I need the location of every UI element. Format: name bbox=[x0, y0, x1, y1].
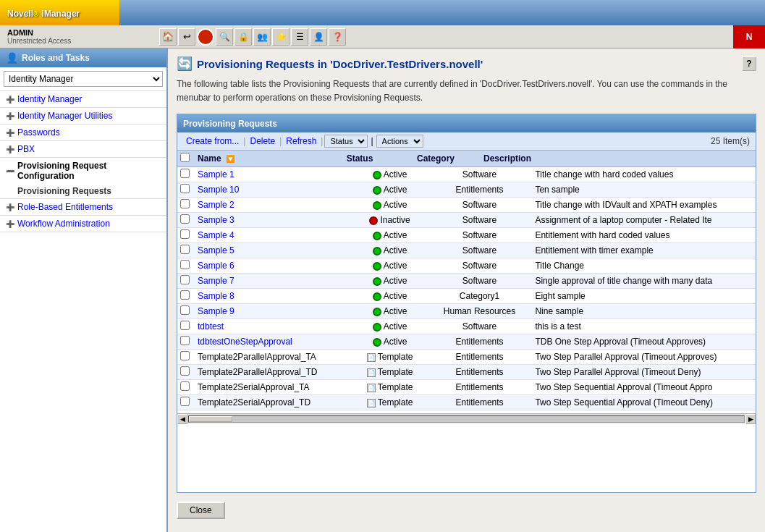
sidebar-section-header-identity-manager-utilities[interactable]: ➕ Identity Manager Utilities bbox=[0, 108, 166, 124]
sidebar-section-header-identity-manager[interactable]: ➕ Identity Manager bbox=[0, 91, 166, 107]
row-checkbox[interactable] bbox=[180, 366, 190, 376]
row-checkbox[interactable] bbox=[180, 245, 190, 254]
row-link[interactable]: Sample 6 bbox=[198, 261, 234, 271]
select-all-checkbox[interactable] bbox=[180, 153, 190, 162]
name-filter-icon[interactable]: 🔽 bbox=[226, 155, 234, 163]
cell-description: Two Step Parallel Approval (Timeout Deny… bbox=[531, 365, 756, 380]
row-link[interactable]: Sample 9 bbox=[198, 306, 234, 316]
table-col-headers: Name 🔽 Status Category Description bbox=[177, 151, 756, 167]
home-icon[interactable]: 🏠 bbox=[159, 28, 177, 46]
sidebar-section-identity-manager: ➕ Identity Manager bbox=[0, 91, 166, 108]
row-checkbox[interactable] bbox=[180, 229, 190, 239]
row-link[interactable]: Sample 1 bbox=[198, 169, 234, 180]
row-link[interactable]: tdbtestOneStepApproval bbox=[198, 337, 292, 347]
toolbar-sep-3: | bbox=[319, 136, 324, 146]
cell-status: 📄Template bbox=[351, 350, 428, 365]
sidebar-subsection-provisioning-requests[interactable]: Provisioning Requests bbox=[0, 184, 166, 198]
cell-category: Entitlements bbox=[428, 182, 531, 198]
h-scroll-right[interactable]: ▶ bbox=[745, 414, 756, 424]
help-button[interactable]: ? bbox=[742, 56, 756, 71]
close-button[interactable]: Close bbox=[177, 502, 225, 519]
cell-description: Two Step Parallel Approval (Timeout Appr… bbox=[531, 350, 756, 365]
row-checkbox[interactable] bbox=[180, 351, 190, 360]
sidebar-dropdown-wrap: Identity Manager bbox=[0, 67, 166, 91]
sidebar-section-header-passwords[interactable]: ➕ Passwords bbox=[0, 124, 166, 140]
cell-category: Entitlements bbox=[428, 395, 531, 410]
person-icon[interactable]: 👤 bbox=[310, 28, 327, 46]
toolbar-icons: 🏠 ↩ 🔍 🔒 👥 ⭐ ☰ 👤 ❓ bbox=[159, 28, 346, 46]
sidebar-label-workflow: Workflow Administration bbox=[17, 219, 110, 229]
sidebar-section-pbx: ➕ PBX bbox=[0, 141, 166, 158]
table-header-bar: Provisioning Requests bbox=[177, 114, 756, 132]
item-count: 25 Item(s) bbox=[711, 136, 750, 146]
row-link[interactable]: Sample 2 bbox=[198, 200, 234, 210]
expand-icon-identity-manager: ➕ bbox=[6, 96, 14, 104]
row-checkbox[interactable] bbox=[180, 214, 190, 224]
cell-category: Software bbox=[428, 167, 531, 182]
status-dropdown[interactable]: Status bbox=[324, 135, 368, 148]
row-link[interactable]: Sample 5 bbox=[198, 245, 234, 256]
row-checkbox[interactable] bbox=[180, 290, 190, 300]
table-row: Template2SerialApproval_TD📄TemplateEntit… bbox=[177, 395, 756, 410]
row-checkbox[interactable] bbox=[180, 321, 190, 330]
sidebar: 👤 Roles and Tasks Identity Manager ➕ Ide… bbox=[0, 48, 168, 532]
help-toolbar-icon[interactable]: ❓ bbox=[329, 28, 346, 46]
description-text: The following table lists the Provisioni… bbox=[177, 77, 756, 105]
cell-description: Two Step Sequential Approval (Timeout Ap… bbox=[531, 380, 756, 395]
row-checkbox[interactable] bbox=[180, 199, 190, 208]
row-link[interactable]: Sample 4 bbox=[198, 230, 234, 240]
h-scroll-track bbox=[188, 415, 745, 423]
row-link[interactable]: Sample 3 bbox=[198, 215, 234, 225]
row-checkbox[interactable] bbox=[180, 184, 190, 193]
sidebar-section-header-role-based[interactable]: ➕ Role-Based Entitlements bbox=[0, 199, 166, 215]
row-link[interactable]: tdbtest bbox=[198, 321, 224, 332]
row-checkbox[interactable] bbox=[180, 275, 190, 284]
sidebar-section-header-workflow[interactable]: ➕ Workflow Administration bbox=[0, 216, 166, 232]
cell-status: 📄Template bbox=[351, 380, 428, 395]
star-icon[interactable]: ⭐ bbox=[272, 28, 289, 46]
content-title-row: 🔄 Provisioning Requests in 'DocDriver.Te… bbox=[177, 56, 756, 72]
sidebar-section-header-pbx[interactable]: ➕ PBX bbox=[0, 141, 166, 157]
sidebar-dropdown[interactable]: Identity Manager bbox=[4, 71, 163, 87]
refresh-button[interactable]: Refresh bbox=[283, 136, 319, 146]
sidebar-label-pbx: PBX bbox=[17, 144, 35, 154]
cell-category: Human Resources bbox=[428, 304, 531, 319]
h-scroll-left[interactable]: ◀ bbox=[177, 414, 187, 424]
delete-button[interactable]: Delete bbox=[247, 136, 278, 146]
sidebar-section-provisioning: ➖ Provisioning Request Configuration Pro… bbox=[0, 158, 166, 199]
row-checkbox[interactable] bbox=[180, 305, 190, 315]
actions-dropdown[interactable]: Actions bbox=[376, 135, 423, 148]
cell-name: Template2ParallelApproval_TD bbox=[193, 365, 351, 380]
novell-badge: N bbox=[733, 25, 765, 48]
app-header: Novell® iManager bbox=[0, 0, 765, 25]
search-icon[interactable]: 🔍 bbox=[216, 28, 233, 46]
h-scroll-thumb[interactable] bbox=[189, 416, 232, 422]
cell-status: Active bbox=[351, 334, 428, 350]
circle-icon[interactable] bbox=[197, 28, 214, 46]
table-row: Template2ParallelApproval_TA📄TemplateEnt… bbox=[177, 350, 756, 365]
sidebar-label-provisioning: Provisioning Request Configuration bbox=[17, 161, 161, 181]
cell-category: Entitlements bbox=[428, 350, 531, 365]
list-icon[interactable]: ☰ bbox=[291, 28, 308, 46]
row-link[interactable]: Sample 8 bbox=[198, 291, 234, 301]
table-toolbar: Create from... | Delete | Refresh | Stat… bbox=[177, 132, 756, 151]
cell-name: tdbtest bbox=[193, 319, 351, 334]
row-checkbox[interactable] bbox=[180, 381, 190, 391]
page-title-icon: 🔄 bbox=[177, 56, 193, 72]
lock-icon[interactable]: 🔒 bbox=[234, 28, 252, 46]
row-checkbox[interactable] bbox=[180, 169, 190, 178]
row-checkbox[interactable] bbox=[180, 336, 190, 345]
sidebar-section-header-provisioning[interactable]: ➖ Provisioning Request Configuration bbox=[0, 158, 166, 184]
create-from-button[interactable]: Create from... bbox=[183, 136, 242, 146]
sidebar-section-workflow: ➕ Workflow Administration bbox=[0, 216, 166, 232]
sidebar-section-identity-manager-utilities: ➕ Identity Manager Utilities bbox=[0, 108, 166, 124]
table-row: Sample 9ActiveHuman ResourcesNine sample bbox=[177, 304, 756, 319]
users-icon[interactable]: 👥 bbox=[253, 28, 271, 46]
close-bar: Close bbox=[177, 496, 756, 525]
row-checkbox[interactable] bbox=[180, 397, 190, 406]
row-link[interactable]: Sample 7 bbox=[198, 276, 234, 286]
row-checkbox[interactable] bbox=[180, 260, 190, 269]
main-layout: 👤 Roles and Tasks Identity Manager ➕ Ide… bbox=[0, 48, 765, 532]
back-icon[interactable]: ↩ bbox=[178, 28, 195, 46]
row-link[interactable]: Sample 10 bbox=[198, 185, 239, 195]
